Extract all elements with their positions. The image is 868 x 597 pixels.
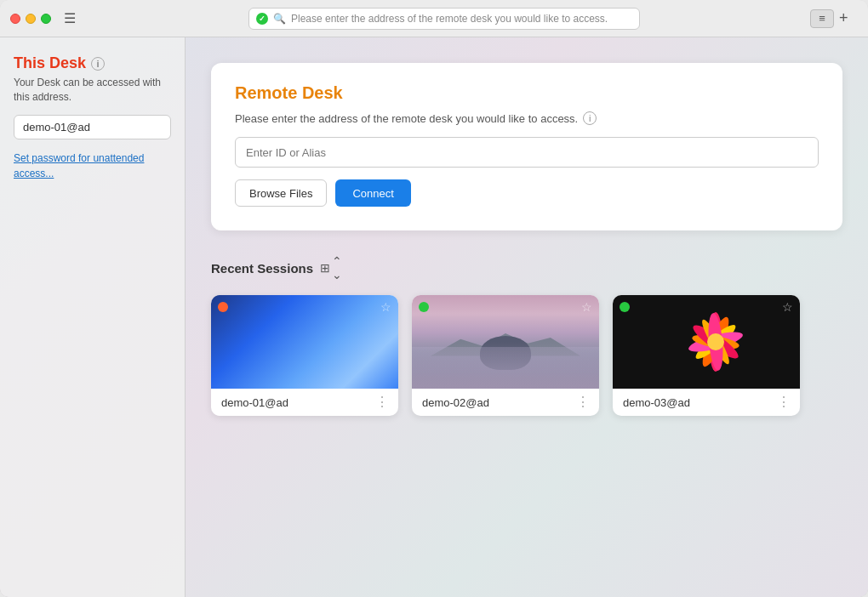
browse-files-button[interactable]: Browse Files — [235, 179, 327, 207]
address-bar-text: Please enter the address of the remote d… — [291, 13, 632, 25]
session-card-2[interactable]: ☆ demo-02@ad ⋮ — [412, 295, 599, 416]
right-panel: Remote Desk Please enter the address of … — [186, 37, 868, 597]
password-link[interactable]: Set password for unattended access... — [14, 152, 144, 179]
remote-desk-info-icon[interactable]: i — [583, 111, 597, 125]
star-icon-1[interactable]: ☆ — [380, 300, 391, 314]
mountain-shape — [431, 328, 580, 356]
status-dot-2 — [419, 302, 429, 312]
address-bar-wrap: 🔍 Please enter the address of the remote… — [85, 8, 803, 30]
menu-icon: ≡ — [819, 12, 825, 25]
session-menu-1[interactable]: ⋮ — [375, 395, 390, 409]
session-card-3[interactable]: ☆ demo-03@ad ⋮ — [613, 295, 800, 416]
minimize-button[interactable] — [26, 14, 36, 24]
connection-status-icon — [256, 13, 268, 25]
new-tab-button[interactable]: + — [839, 9, 858, 28]
card-actions: Browse Files Connect — [235, 179, 819, 207]
titlebar: ☰ 🔍 Please enter the address of the remo… — [0, 0, 868, 37]
menu-button[interactable]: ≡ — [810, 9, 834, 28]
desk-address: demo-01@ad — [14, 115, 171, 139]
session-menu-2[interactable]: ⋮ — [576, 395, 591, 409]
status-dot-1 — [218, 302, 228, 312]
rock-shape — [480, 336, 531, 370]
star-icon-3[interactable]: ☆ — [782, 300, 793, 314]
sidebar-subtitle: Your Desk can be accessed with this addr… — [14, 76, 171, 105]
grid-icon: ⊞ — [320, 261, 330, 275]
close-button[interactable] — [10, 14, 20, 24]
maximize-button[interactable] — [41, 14, 51, 24]
session-info-1: demo-01@ad ⋮ — [211, 389, 398, 416]
session-name-2: demo-02@ad — [422, 396, 489, 409]
sort-icon: ⌃⌄ — [332, 254, 342, 281]
session-menu-3[interactable]: ⋮ — [777, 395, 791, 409]
sidebar-title: This Desk i — [14, 54, 171, 72]
session-info-3: demo-03@ad ⋮ — [613, 389, 800, 416]
address-bar[interactable]: 🔍 Please enter the address of the remote… — [248, 8, 640, 30]
window-icon: ☰ — [61, 10, 78, 27]
remote-desk-desc-text: Please enter the address of the remote d… — [235, 112, 578, 125]
svg-point-8 — [707, 333, 724, 350]
flower-svg — [673, 304, 758, 380]
id-or-alias-input[interactable] — [235, 137, 819, 168]
main-content: This Desk i Your Desk can be accessed wi… — [0, 37, 868, 597]
session-thumbnail-2: ☆ — [412, 295, 599, 389]
traffic-lights — [10, 14, 51, 24]
sessions-grid: ☆ demo-01@ad ⋮ ☆ — [211, 295, 842, 416]
remote-desk-card: Remote Desk Please enter the address of … — [211, 63, 842, 230]
sidebar: This Desk i Your Desk can be accessed wi… — [0, 37, 186, 597]
session-name-1: demo-01@ad — [221, 396, 288, 409]
remote-desk-title: Remote Desk — [235, 83, 819, 103]
app-window: ☰ 🔍 Please enter the address of the remo… — [0, 0, 868, 597]
grid-sort-button[interactable]: ⊞ ⌃⌄ — [320, 254, 342, 281]
toolbar-right: ≡ + — [810, 9, 858, 28]
recent-sessions-title: Recent Sessions — [211, 261, 313, 276]
session-card-1[interactable]: ☆ demo-01@ad ⋮ — [211, 295, 398, 416]
status-dot-3 — [620, 302, 630, 312]
recent-sessions-header: Recent Sessions ⊞ ⌃⌄ — [211, 254, 842, 281]
star-icon-2[interactable]: ☆ — [581, 300, 592, 314]
session-thumbnail-1: ☆ — [211, 295, 398, 389]
connect-button[interactable]: Connect — [335, 179, 410, 207]
remote-desk-description: Please enter the address of the remote d… — [235, 111, 819, 125]
search-icon: 🔍 — [273, 13, 286, 25]
session-thumbnail-3: ☆ — [613, 295, 800, 389]
session-info-2: demo-02@ad ⋮ — [412, 389, 599, 416]
info-icon[interactable]: i — [91, 57, 105, 71]
sidebar-title-text: This Desk — [14, 54, 86, 72]
water-reflection — [412, 347, 599, 389]
session-name-3: demo-03@ad — [623, 396, 690, 409]
